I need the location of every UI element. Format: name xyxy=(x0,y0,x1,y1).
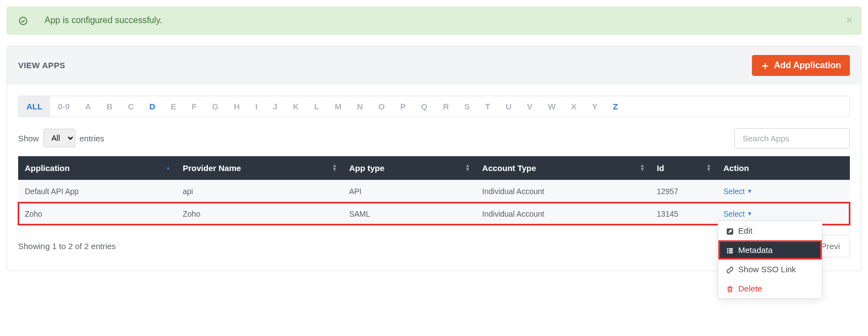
svg-rect-6 xyxy=(727,252,728,253)
svg-rect-2 xyxy=(727,248,728,249)
dropdown-edit[interactable]: Edit xyxy=(718,221,822,240)
th-application[interactable]: Application ▲ xyxy=(18,156,176,180)
alpha-filter-v[interactable]: V xyxy=(519,96,540,117)
alpha-filter-b[interactable]: B xyxy=(99,96,120,117)
alpha-filter-u[interactable]: U xyxy=(498,96,519,117)
alpha-filter-i[interactable]: I xyxy=(248,96,265,117)
alpha-filter-l[interactable]: L xyxy=(306,96,327,117)
table-cell: 12957 xyxy=(650,180,717,202)
alpha-filter-m[interactable]: M xyxy=(327,96,349,117)
alpha-filter-o[interactable]: O xyxy=(371,96,393,117)
th-apptype[interactable]: App type ▲▼ xyxy=(343,156,476,180)
toolbar-row: Show All entries xyxy=(18,128,850,148)
link-icon xyxy=(726,265,734,274)
add-application-button[interactable]: Add Application xyxy=(752,55,850,76)
action-dropdown: Edit Metadata Show SSO Link Delete xyxy=(718,221,822,278)
apps-table: Application ▲ Provider Name ▲▼ App type … xyxy=(18,156,850,225)
table-cell: Individual Account xyxy=(476,202,651,225)
alpha-filter-y[interactable]: Y xyxy=(584,96,605,117)
alpha-filter-z[interactable]: Z xyxy=(605,96,625,117)
alpha-filter-r[interactable]: R xyxy=(435,96,457,117)
alpha-filter-0-9[interactable]: 0-9 xyxy=(50,96,78,117)
alpha-filter-s[interactable]: S xyxy=(457,96,477,117)
alpha-filter-x[interactable]: X xyxy=(563,96,584,117)
sort-icon: ▲▼ xyxy=(706,164,711,172)
table-cell: SAML xyxy=(343,202,476,225)
entries-label: entries xyxy=(80,134,105,143)
alpha-filter-k[interactable]: K xyxy=(285,96,306,117)
alpha-filter-d[interactable]: D xyxy=(141,96,163,117)
alert-message: App is configured successfuly. xyxy=(45,15,162,25)
alpha-filter-c[interactable]: C xyxy=(120,96,142,117)
caret-down-icon: ▼ xyxy=(747,211,752,217)
show-entries: Show All entries xyxy=(18,129,105,147)
alpha-filter-e[interactable]: E xyxy=(163,96,184,117)
plus-icon xyxy=(761,60,770,70)
dropdown-metadata[interactable]: Metadata xyxy=(718,240,822,260)
th-id[interactable]: Id ▲▼ xyxy=(650,156,717,180)
alert-close-button[interactable]: × xyxy=(846,14,853,26)
alpha-filter-t[interactable]: T xyxy=(477,96,498,117)
showing-text: Showing 1 to 2 of 2 entries xyxy=(18,241,116,251)
entries-select[interactable]: All xyxy=(43,129,75,147)
alpha-filter-a[interactable]: A xyxy=(78,96,99,117)
svg-point-0 xyxy=(19,17,27,25)
search-input[interactable] xyxy=(734,128,850,148)
table-cell: Zoho xyxy=(18,202,176,225)
alpha-filter-all[interactable]: ALL xyxy=(19,96,50,117)
alpha-filter-w[interactable]: W xyxy=(540,96,563,117)
alpha-filter-p[interactable]: P xyxy=(392,96,413,117)
panel-header: VIEW APPS Add Application xyxy=(7,46,861,85)
svg-rect-3 xyxy=(729,248,733,249)
table-cell: Zoho xyxy=(176,202,342,225)
search-box xyxy=(734,128,850,148)
th-provider[interactable]: Provider Name ▲▼ xyxy=(176,156,342,180)
list-icon xyxy=(726,245,734,255)
pencil-icon xyxy=(726,226,734,235)
alpha-filter-g[interactable]: G xyxy=(204,96,226,117)
check-circle-icon xyxy=(18,15,28,26)
alpha-filter-q[interactable]: Q xyxy=(414,96,436,117)
dropdown-show-sso[interactable]: Show SSO Link xyxy=(718,260,822,278)
th-action: Action xyxy=(717,156,850,180)
alpha-filter-h[interactable]: H xyxy=(226,96,248,117)
svg-rect-7 xyxy=(729,252,733,253)
svg-rect-5 xyxy=(729,250,733,251)
alert-success: App is configured successfuly. × xyxy=(7,7,861,35)
table-cell: Default API App xyxy=(18,180,176,202)
show-label: Show xyxy=(18,134,39,143)
select-dropdown-trigger[interactable]: Select ▼ xyxy=(723,187,752,196)
alpha-filter-n[interactable]: N xyxy=(349,96,371,117)
alpha-filter: ALL0-9ABCDEFGHIJKLMNOPQRSTUVWXYZ xyxy=(18,96,850,117)
add-application-label: Add Application xyxy=(774,60,841,70)
th-account[interactable]: Account Type ▲▼ xyxy=(476,156,651,180)
caret-down-icon: ▼ xyxy=(747,188,752,194)
sort-icon: ▲ xyxy=(166,166,171,170)
sort-icon: ▲▼ xyxy=(640,164,645,172)
panel-title: VIEW APPS xyxy=(18,60,65,70)
table-cell: 13145 xyxy=(650,202,717,225)
table-cell: Individual Account xyxy=(476,180,651,202)
alpha-filter-f[interactable]: F xyxy=(184,96,204,117)
sort-icon: ▲▼ xyxy=(332,164,337,172)
svg-rect-4 xyxy=(727,250,728,251)
table-row: Default API AppapiAPIIndividual Account1… xyxy=(18,180,850,202)
table-cell: api xyxy=(176,180,342,202)
select-dropdown-trigger[interactable]: Select ▼ xyxy=(723,210,752,218)
sort-icon: ▲▼ xyxy=(465,164,470,172)
action-cell: Select ▼ xyxy=(717,180,850,202)
table-cell: API xyxy=(343,180,476,202)
alpha-filter-j[interactable]: J xyxy=(265,96,285,117)
